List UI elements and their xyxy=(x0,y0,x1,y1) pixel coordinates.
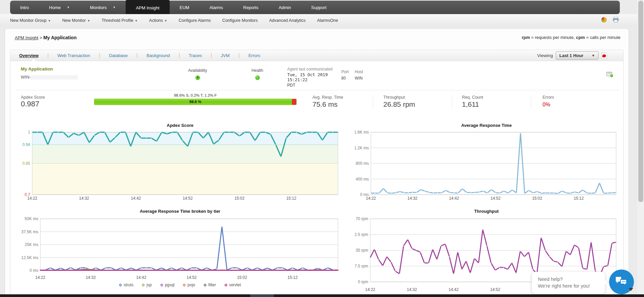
toolbar-item-threshold-profile[interactable]: Threshold Profile▼ xyxy=(101,18,137,23)
apdex-distribution-caption: 98.6% S, 0.2% T, 1.2% F xyxy=(94,93,297,97)
apdex-score-value: 0.987 xyxy=(21,100,39,108)
chat-tooltip-line2: We're right here for you! xyxy=(538,283,605,289)
svg-text:400 ms: 400 ms xyxy=(356,177,369,182)
toolbar-item-actions[interactable]: Actions▼ xyxy=(149,18,167,23)
metric-throughput: Throughput26.85 rpm xyxy=(383,95,415,108)
svg-text:14:52: 14:52 xyxy=(490,287,500,292)
tab-errors[interactable]: Errors xyxy=(240,53,269,58)
redacted-hostname xyxy=(31,75,78,80)
legend-marker-icon xyxy=(204,283,207,287)
chat-tooltip-line1: Need help? xyxy=(538,276,605,283)
nav-item-support[interactable]: Support xyxy=(301,1,337,14)
health-label: Health xyxy=(246,68,268,73)
nav-item-alarms[interactable]: Alarms xyxy=(199,1,233,14)
toolbar-item-configure-monitors[interactable]: Configure Monitors xyxy=(222,18,258,23)
chevron-down-icon: ▼ xyxy=(164,19,167,22)
availability-status-icon[interactable] xyxy=(196,76,200,80)
svg-text:35 rpm: 35 rpm xyxy=(356,248,368,253)
apdex-score-label: Apdex Score xyxy=(21,95,45,100)
toolbar-item-new-monitor-group[interactable]: New Monitor Group▼ xyxy=(10,18,51,23)
svg-text:14:22: 14:22 xyxy=(366,196,376,201)
nav-item-intro[interactable]: Intro xyxy=(10,1,39,14)
svg-text:12.5K ms: 12.5K ms xyxy=(21,255,38,260)
nav-item-apm-insight[interactable]: APM Insight xyxy=(126,0,169,15)
chevron-down-icon: ▼ xyxy=(48,19,51,22)
viewing-label: Viewing xyxy=(537,53,553,58)
scrollbar-thumb[interactable] xyxy=(638,1,643,202)
svg-text:14:22: 14:22 xyxy=(35,275,45,280)
tab-web-transaction[interactable]: Web Transaction xyxy=(49,53,99,58)
svg-text:14:42: 14:42 xyxy=(136,275,146,280)
scroll-down-icon[interactable] xyxy=(629,288,633,291)
svg-text:14:32: 14:32 xyxy=(79,196,89,201)
nav-item-home[interactable]: Home▼ xyxy=(39,1,80,14)
legend-item-struts[interactable]: struts xyxy=(119,283,133,287)
svg-text:25K ms: 25K ms xyxy=(25,242,38,247)
toolbar-item-alarmsone[interactable]: AlarmsOne xyxy=(317,18,338,23)
svg-text:800 ms: 800 ms xyxy=(356,161,369,166)
health-status-icon[interactable] xyxy=(255,76,260,80)
time-range-select[interactable]: Last 1 Hour▼ xyxy=(556,51,599,60)
metric-req-count: Req. Count1,611 xyxy=(462,95,483,108)
tab-jvm[interactable]: JVM xyxy=(212,53,238,58)
legend-marker-icon xyxy=(142,283,145,287)
nav-item-admin[interactable]: Admin xyxy=(268,1,301,14)
legend-item-servlet[interactable]: servlet xyxy=(225,283,241,287)
response-time-by-tier-chart: Average Response Time broken by tier50K … xyxy=(20,209,340,287)
average-response-time-plot: 1.6K ms1.2K ms800 ms400 ms0 ms14:2214:32… xyxy=(355,130,618,201)
monitor-template-icon[interactable] xyxy=(606,72,612,76)
nav-item-eum[interactable]: EUM xyxy=(170,1,200,14)
legend-item-jsp[interactable]: jsp xyxy=(142,283,152,287)
svg-text:14:42: 14:42 xyxy=(448,287,459,292)
divider xyxy=(15,90,619,90)
svg-text:14:52: 14:52 xyxy=(490,196,501,201)
metric-avg-resp-time: Avg. Resp. Time75.6 ms xyxy=(312,95,343,108)
apdex-bar: 98.6 % xyxy=(94,99,297,105)
svg-text:15:12: 15:12 xyxy=(286,196,296,201)
tab-database[interactable]: Database xyxy=(100,53,136,58)
application-name: My Application xyxy=(21,66,53,71)
chevron-down-icon: ▼ xyxy=(67,6,70,9)
tab-traces[interactable]: Traces xyxy=(180,53,211,58)
svg-text:1: 1 xyxy=(28,130,30,135)
taskbar-edge xyxy=(0,294,644,297)
nav-item-reports[interactable]: Reports xyxy=(233,1,269,14)
legend-item-filter[interactable]: filter xyxy=(204,283,216,287)
toolbar-item-new-monitor[interactable]: New Monitor▼ xyxy=(62,18,90,23)
apdex-score-plot: 10.940.850.714:2214:3214:4214:5215:0215:… xyxy=(20,130,340,201)
legend-marker-icon xyxy=(183,283,186,287)
chart-title: Apdex Score xyxy=(20,123,340,130)
chart-pie-icon[interactable] xyxy=(601,17,607,22)
chat-tooltip: Need help? We're right here for you! xyxy=(532,272,605,294)
metric-errors: Errors0% xyxy=(543,95,554,108)
legend-item-pgsql[interactable]: pgsql xyxy=(161,283,175,287)
chart-title: Average Response Time xyxy=(355,123,618,130)
svg-text:14:42: 14:42 xyxy=(449,196,459,201)
tab-overview[interactable]: Overview xyxy=(10,53,47,58)
average-response-time-chart: Average Response Time1.6K ms1.2K ms800 m… xyxy=(355,123,618,201)
monitor-toolbar: New Monitor Group▼New Monitor▼Threshold … xyxy=(0,14,637,27)
printer-icon[interactable] xyxy=(613,17,619,22)
svg-text:14:22: 14:22 xyxy=(27,196,37,201)
svg-text:0.94: 0.94 xyxy=(23,142,31,147)
chevron-down-icon: ▼ xyxy=(113,6,116,9)
application-host: WIN- xyxy=(21,75,78,80)
svg-text:15:02: 15:02 xyxy=(532,196,542,201)
svg-text:15:12: 15:12 xyxy=(288,275,298,280)
breadcrumb-apm-insight-link[interactable]: APM Insight xyxy=(15,35,38,40)
svg-text:0.85: 0.85 xyxy=(23,161,31,166)
toolbar-item-configure-alarms[interactable]: Configure Alarms xyxy=(179,18,211,23)
chevron-down-icon: ▼ xyxy=(592,54,595,57)
tab-background[interactable]: Background xyxy=(138,53,178,58)
breadcrumb: APM Insight > My Application xyxy=(15,35,77,40)
svg-text:15:02: 15:02 xyxy=(237,275,247,280)
export-pdf-icon[interactable] xyxy=(601,52,607,59)
chevron-down-icon: ▼ xyxy=(87,19,90,22)
svg-text:17.5 rpm: 17.5 rpm xyxy=(355,264,368,268)
svg-text:1.6K ms: 1.6K ms xyxy=(355,130,369,135)
vertical-scrollbar[interactable] xyxy=(637,0,644,297)
svg-text:37.5K ms: 37.5K ms xyxy=(21,230,38,234)
nav-item-monitors[interactable]: Monitors▼ xyxy=(80,1,126,14)
legend-item-pojo[interactable]: pojo xyxy=(183,283,195,287)
toolbar-item-advanced-analytics[interactable]: Advanced Analytics xyxy=(269,18,305,23)
